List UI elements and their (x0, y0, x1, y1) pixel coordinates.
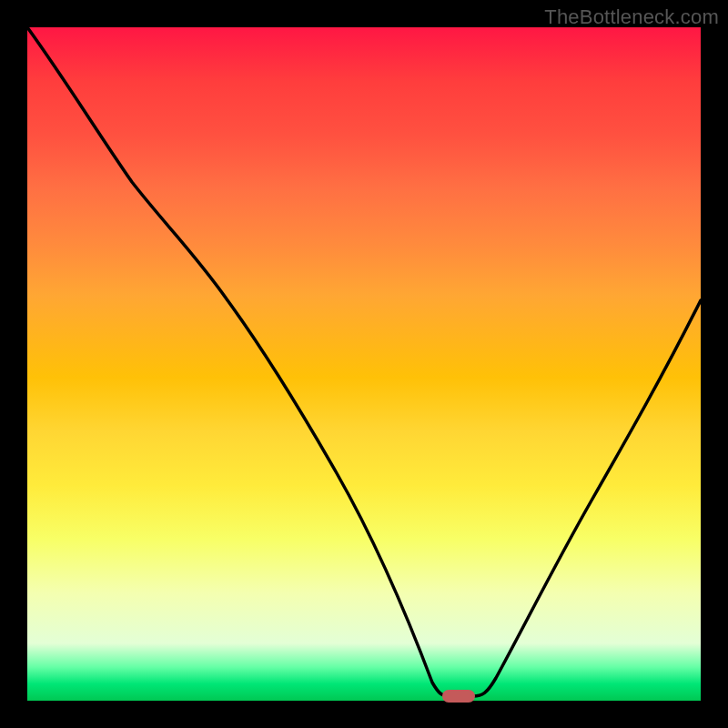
watermark-text: TheBottleneck.com (544, 5, 719, 29)
optimal-marker (442, 690, 475, 703)
plot-area (27, 27, 701, 701)
bottleneck-curve (27, 27, 701, 701)
curve-path (27, 27, 701, 696)
chart-frame: TheBottleneck.com (0, 0, 728, 728)
